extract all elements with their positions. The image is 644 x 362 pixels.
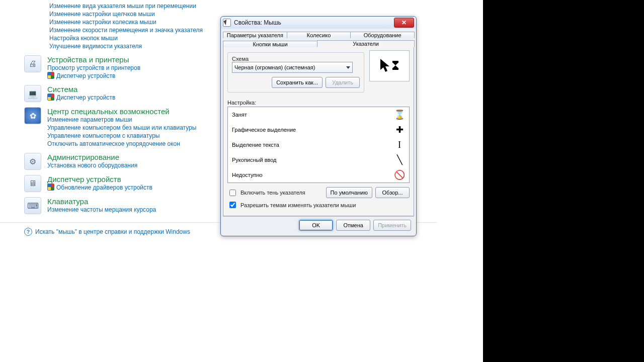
- cp-link[interactable]: Отключить автоматическое упорядочение ок…: [47, 140, 180, 147]
- devices-printers-icon: 🖨: [24, 55, 41, 72]
- keyboard-icon: ⌨: [24, 197, 41, 214]
- default-button[interactable]: По умолчанию: [326, 187, 372, 198]
- cp-link[interactable]: Управление компьютером без мыши или клав…: [47, 124, 196, 131]
- close-button[interactable]: ✕: [394, 18, 414, 28]
- pointer-list[interactable]: Занят⌛ Графическое выделение✚ Выделение …: [227, 107, 410, 183]
- shield-icon: [47, 72, 54, 79]
- list-item: Недоступно🚫: [228, 167, 409, 183]
- dialog-title: Свойства: Мышь: [234, 19, 281, 26]
- titlebar[interactable]: Свойства: Мышь ✕: [221, 17, 416, 29]
- svg-marker-4: [393, 65, 398, 68]
- list-item: Занят⌛: [228, 107, 409, 122]
- section-system[interactable]: Система: [47, 85, 115, 94]
- cancel-button[interactable]: Отмена: [336, 220, 370, 231]
- section-administration[interactable]: Администрирование: [47, 153, 137, 161]
- cp-link[interactable]: Изменение частоты мерцания курсора: [47, 206, 156, 213]
- section-ease-of-access[interactable]: Центр специальных возможностей: [47, 107, 196, 116]
- administration-icon: ⚙: [24, 153, 41, 170]
- list-item: Выделение текстаI: [228, 137, 409, 152]
- cp-link[interactable]: Диспетчер устройств: [56, 94, 115, 101]
- cp-link[interactable]: Изменение параметров мыши: [47, 116, 132, 123]
- svg-marker-3: [393, 63, 398, 65]
- scheme-value: Черная (огромная) (системная): [234, 64, 315, 70]
- allow-themes-label: Разрешить темам изменять указатели мыши: [240, 202, 356, 208]
- enable-shadow-label: Включить тень указателя: [240, 190, 305, 196]
- tab-hardware[interactable]: Оборудование: [350, 32, 415, 38]
- text-select-icon: I: [394, 139, 405, 150]
- section-device-manager[interactable]: Диспетчер устройств: [47, 175, 152, 184]
- ease-of-access-icon: ✿: [24, 107, 41, 124]
- shield-icon: [47, 94, 54, 101]
- customize-label: Настройка:: [227, 100, 410, 106]
- device-manager-icon: 🖥: [24, 175, 41, 192]
- shield-icon: [47, 184, 54, 191]
- tab-buttons[interactable]: Кнопки мыши: [223, 41, 317, 47]
- tab-wheel[interactable]: Колесико: [287, 32, 351, 38]
- cp-link[interactable]: Установка нового оборудования: [47, 162, 137, 169]
- tab-pointer-options[interactable]: Параметры указателя: [223, 32, 287, 38]
- chevron-down-icon: [346, 66, 350, 69]
- precision-icon: ✚: [394, 124, 405, 135]
- ok-button[interactable]: OK: [299, 220, 333, 231]
- system-icon: 💻: [24, 85, 41, 102]
- cursor-preview: [369, 50, 410, 81]
- list-item: Графическое выделение✚: [228, 122, 409, 137]
- unavailable-icon: 🚫: [394, 169, 405, 180]
- mouse-properties-dialog: Свойства: Мышь ✕ Параметры указателя Кол…: [220, 16, 417, 236]
- svg-marker-0: [380, 59, 389, 72]
- list-item: Рукописный ввод╲: [228, 152, 409, 167]
- scheme-label: Схема: [232, 56, 360, 62]
- cp-link[interactable]: Диспетчер устройств: [56, 72, 115, 79]
- cp-link[interactable]: Обновление драйверов устройств: [56, 184, 152, 191]
- section-keyboard[interactable]: Клавиатура: [47, 197, 156, 206]
- browse-button[interactable]: Обзор...: [375, 187, 410, 198]
- svg-rect-1: [392, 61, 398, 63]
- apply-button: Применить: [373, 220, 411, 231]
- section-devices-printers[interactable]: Устройства и принтеры: [47, 55, 140, 64]
- scheme-select[interactable]: Черная (огромная) (системная): [232, 62, 353, 73]
- tab-pointers[interactable]: Указатели: [317, 40, 415, 47]
- delete-button: Удалить: [326, 77, 360, 88]
- allow-themes-checkbox[interactable]: [229, 202, 236, 208]
- cp-link[interactable]: Управление компьютером с клавиатуры: [47, 132, 159, 139]
- busy-icon: ⌛: [394, 109, 405, 120]
- svg-rect-2: [392, 68, 398, 70]
- mouse-icon: [223, 19, 231, 27]
- help-search-link[interactable]: Искать "мышь" в центре справки и поддерж…: [35, 228, 190, 235]
- save-as-button[interactable]: Сохранить как...: [272, 77, 323, 88]
- help-icon: ?: [24, 228, 32, 236]
- cp-link[interactable]: Просмотр устройств и принтеров: [47, 64, 140, 71]
- enable-shadow-checkbox[interactable]: [229, 190, 236, 196]
- cp-link[interactable]: Изменение вида указателя мыши при переме…: [49, 2, 437, 10]
- handwriting-icon: ╲: [394, 154, 405, 165]
